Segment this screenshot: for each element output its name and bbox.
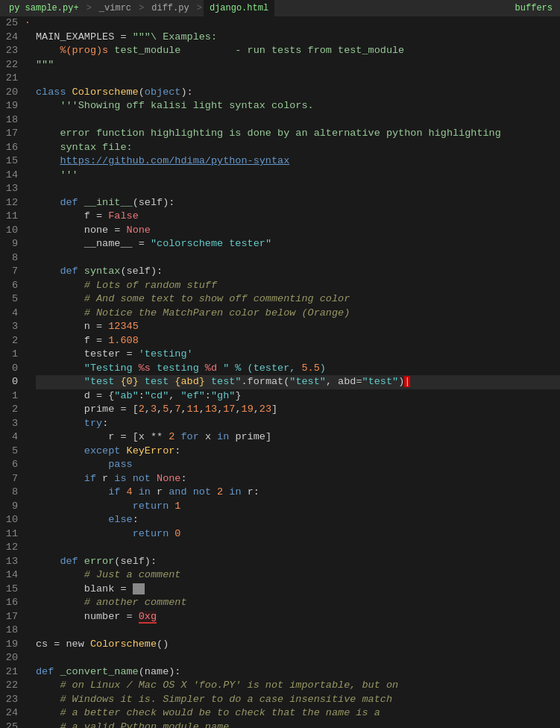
ln-6b: 6 xyxy=(3,458,18,472)
tab-buffers[interactable]: buffers xyxy=(515,1,557,16)
fold-column: · xyxy=(24,16,31,728)
ln-5: 5 xyxy=(3,292,18,307)
ln-11b: 11 xyxy=(3,527,18,542)
code-line-15: https://github.com/hdima/python-syntax xyxy=(36,154,560,169)
tab-vimrc[interactable]: _vimrc xyxy=(93,0,137,16)
ln-8b: 8 xyxy=(3,486,18,500)
ln-10b: 10 xyxy=(3,513,18,527)
ln-25b: 25 xyxy=(3,721,18,729)
code-line-24: MAIN_EXAMPLES = """\ Examples: xyxy=(36,31,560,45)
code-line-20: class Colorscheme(object): xyxy=(36,86,560,100)
code-area: 25 24 23 22 21 20 19 18 17 16 15 14 13 1… xyxy=(0,16,560,728)
code-line-17: error function highlighting is done by a… xyxy=(36,127,560,141)
tab-py-sample[interactable]: py sample.py+ xyxy=(3,0,85,16)
code-line-7b: if r is not None: xyxy=(36,472,560,486)
ln-10: 10 xyxy=(3,224,18,238)
ln-17b: 17 xyxy=(3,610,18,624)
ln-0b: 0 xyxy=(3,375,18,389)
ln-9: 9 xyxy=(3,237,18,251)
ln-6: 6 xyxy=(3,279,18,293)
code-line-10b: else: xyxy=(36,513,560,527)
code-line-6: # Lots of random stuff xyxy=(36,279,560,293)
ln-3b: 3 xyxy=(3,417,18,431)
ln-11: 11 xyxy=(3,210,18,224)
code-line-19b: cs = new Colorscheme() xyxy=(36,638,560,652)
ln-19b: 19 xyxy=(3,638,18,652)
ln-2: 2 xyxy=(3,334,18,348)
code-line-15b: blank = __ xyxy=(36,583,560,597)
ln-16: 16 xyxy=(3,141,18,155)
code-line-14b: # Just a comment xyxy=(36,568,560,583)
ln-21b: 21 xyxy=(3,665,18,680)
ln-20b: 20 xyxy=(3,651,18,665)
code-line-12b xyxy=(36,541,560,555)
code-line-5b: except KeyError: xyxy=(36,445,560,459)
ln-5b: 5 xyxy=(3,445,18,459)
code-line-21b: def _convert_name(name): xyxy=(36,665,560,680)
code-line-0b: "test {0} test {abd} test".format("test"… xyxy=(36,375,560,389)
code-line-13b: def error(self): xyxy=(36,555,560,569)
ln-22: 22 xyxy=(3,58,18,72)
tab-diff[interactable]: diff.py xyxy=(145,0,195,16)
code-line-16b: # another comment xyxy=(36,596,560,610)
code-line-23b: # Windows it is. Simpler to do a case in… xyxy=(36,693,560,707)
ln-21: 21 xyxy=(3,72,18,86)
code-line-8b: if 4 in r and not 2 in r: xyxy=(36,486,560,500)
code-line-5: # And some text to show off commenting c… xyxy=(36,292,560,307)
ln-17: 17 xyxy=(3,127,18,141)
code-line-13 xyxy=(36,182,560,196)
code-line-24b: # a better check would be to check that … xyxy=(36,706,560,721)
code-line-11b: return 0 xyxy=(36,527,560,542)
code-line-9b: return 1 xyxy=(36,500,560,514)
code-line-0: "Testing %s testing %d " % (tester, 5.5) xyxy=(36,362,560,376)
ln-14b: 14 xyxy=(3,568,18,583)
code-line-6b: pass xyxy=(36,458,560,472)
sep3: > xyxy=(195,1,204,16)
ln-19: 19 xyxy=(3,99,18,113)
ln-15: 15 xyxy=(3,154,18,169)
code-lines: MAIN_EXAMPLES = """\ Examples: %(prog)s … xyxy=(31,16,560,728)
code-line-12: def __init__(self): xyxy=(36,196,560,210)
code-line-21 xyxy=(36,72,560,86)
ln-15b: 15 xyxy=(3,583,18,597)
code-line-19: '''Showing off kalisi light syntax color… xyxy=(36,99,560,113)
ln-7: 7 xyxy=(3,265,18,279)
sep1: > xyxy=(85,1,93,16)
code-line-23: %(prog)s test_module - run tests from te… xyxy=(36,44,560,58)
ln-22b: 22 xyxy=(3,679,18,693)
ln-25: 25 xyxy=(3,16,18,31)
ln-1b: 1 xyxy=(3,389,18,404)
line-numbers: 25 24 23 22 21 20 19 18 17 16 15 14 13 1… xyxy=(0,16,24,728)
code-line-4: # Notice the MatchParen color below (Ora… xyxy=(36,307,560,321)
code-line-16: syntax file: xyxy=(36,141,560,155)
ln-20: 20 xyxy=(3,86,18,100)
code-line-2b: prime = [2,3,5,7,11,13,17,19,23] xyxy=(36,403,560,417)
ln-9b: 9 xyxy=(3,500,18,514)
code-line-3b: try: xyxy=(36,417,560,431)
ln-14: 14 xyxy=(3,169,18,183)
code-line-25 xyxy=(36,16,560,31)
ln-4: 4 xyxy=(3,307,18,321)
code-line-3: n = 12345 xyxy=(36,320,560,334)
code-line-1: tester = 'testing' xyxy=(36,348,560,362)
ln-8: 8 xyxy=(3,251,18,266)
ln-12b: 12 xyxy=(3,541,18,555)
fold-0b: · xyxy=(24,16,31,31)
code-line-20b xyxy=(36,651,560,665)
sep2: > xyxy=(137,1,145,16)
tab-bar: py sample.py+ > _vimrc > diff.py > djang… xyxy=(0,0,560,16)
ln-12: 12 xyxy=(3,196,18,210)
code-line-14: ''' xyxy=(36,169,560,183)
tab-django[interactable]: django.html xyxy=(204,0,274,16)
ln-18b: 18 xyxy=(3,624,18,638)
code-line-1b: d = {"ab":"cd", "ef":"gh"} xyxy=(36,389,560,404)
code-line-18b xyxy=(36,624,560,638)
ln-23: 23 xyxy=(3,44,18,58)
ln-16b: 16 xyxy=(3,596,18,610)
code-line-8 xyxy=(36,251,560,266)
code-line-25b: # a valid Python module name. xyxy=(36,721,560,729)
ln-3: 3 xyxy=(3,320,18,334)
ln-7b: 7 xyxy=(3,472,18,486)
ln-13b: 13 xyxy=(3,555,18,569)
code-line-18 xyxy=(36,113,560,128)
